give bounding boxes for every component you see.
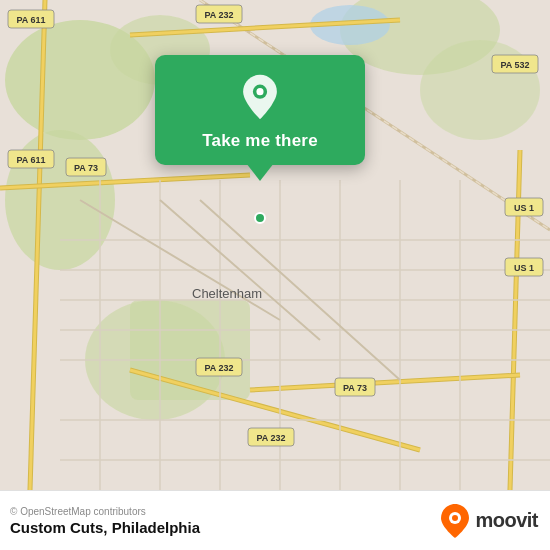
bottom-info: © OpenStreetMap contributors Custom Cuts… (10, 506, 200, 536)
svg-point-61 (255, 213, 265, 223)
svg-text:PA 232: PA 232 (204, 10, 233, 20)
map-container: PA 611 PA 232 PA 532 PA 611 PA 73 US 1 U… (0, 0, 550, 490)
copyright-text: © OpenStreetMap contributors (10, 506, 200, 517)
svg-text:US 1: US 1 (514, 263, 534, 273)
moovit-wordmark: moovit (475, 509, 538, 532)
svg-text:PA 232: PA 232 (204, 363, 233, 373)
svg-point-65 (452, 515, 458, 521)
svg-text:US 1: US 1 (514, 203, 534, 213)
svg-text:Cheltenham: Cheltenham (192, 286, 262, 301)
moovit-pin-icon (439, 503, 471, 539)
bottom-bar: © OpenStreetMap contributors Custom Cuts… (0, 490, 550, 550)
svg-text:PA 73: PA 73 (74, 163, 98, 173)
svg-text:PA 532: PA 532 (500, 60, 529, 70)
location-name: Custom Cuts, Philadelphia (10, 519, 200, 536)
popup-card: Take me there (155, 55, 365, 165)
svg-point-63 (256, 88, 263, 95)
svg-text:PA 73: PA 73 (343, 383, 367, 393)
svg-text:PA 611: PA 611 (16, 155, 45, 165)
moovit-logo: moovit (439, 503, 538, 539)
svg-text:PA 232: PA 232 (256, 433, 285, 443)
take-me-there-button[interactable]: Take me there (202, 131, 318, 151)
svg-text:PA 611: PA 611 (16, 15, 45, 25)
location-pin-icon (236, 73, 284, 121)
